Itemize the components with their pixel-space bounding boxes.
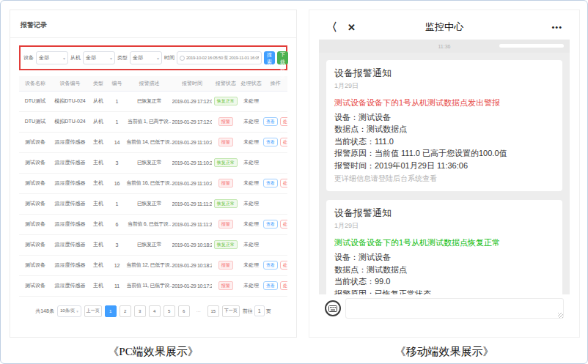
mobile-screenshot-panel: 〈 ✕ 监控中心 ••• 11:36 设备报警通知1月29日测试设备设备下的1号… [309, 10, 580, 338]
alarm-status-badge: 恢复正常 [214, 158, 238, 167]
column-header: 报警状态 [212, 76, 239, 91]
page-size-value: 10条/页 [60, 308, 75, 314]
prev-page-button[interactable]: 上一页 [84, 305, 102, 317]
view-button[interactable]: 查看 [263, 281, 278, 290]
table-row: 测试设备温湿度传感器主机16当前值 16, 已低于设..2019-01-29 1… [19, 173, 287, 193]
cell-alarm-status: 报警 [212, 173, 239, 193]
card-detail-line: 设备：测试设备 [334, 111, 554, 124]
handle-button[interactable]: 处理 [280, 220, 287, 229]
filter-select-2[interactable]: 全部▾ [130, 51, 162, 64]
goto-prefix: 前往 [243, 308, 253, 315]
handle-button[interactable]: 处理 [280, 117, 287, 126]
wechat-navbar: 〈 ✕ 监控中心 ••• [319, 15, 570, 40]
goto-page-input[interactable] [254, 305, 265, 316]
notification-list: 设备报警通知1月29日测试设备设备下的1号从机测试数据点发出警报设备：测试设备数… [319, 53, 570, 294]
view-button[interactable]: 查看 [263, 261, 278, 270]
cell-device-code: 模拟DTU-024 [51, 111, 89, 132]
next-page-button[interactable]: 下一页 [222, 305, 240, 317]
card-detail-line: 报警原因：已恢复正常状态 [334, 288, 554, 294]
cell-device-name: 测试设备 [19, 173, 51, 193]
cell-device-name: DTU测试 [19, 111, 51, 132]
card-title: 设备报警通知 [334, 207, 554, 220]
card-detail-line: 报警原因：当前值 111.0 已高于您设置的100.0值 [334, 147, 554, 160]
column-header: 处理状态 [239, 76, 263, 91]
view-button[interactable]: 查看 [263, 179, 278, 187]
cell-alarm-description: 已恢复正常 [126, 91, 172, 111]
cell-number: 14 [108, 132, 127, 152]
cell-type: 主机 [89, 275, 108, 296]
cell-device-code: 模拟DTU-024 [51, 91, 89, 111]
chevron-down-icon: ▾ [110, 56, 112, 61]
cell-alarm-time: 2019-01-29 10:18:21 [172, 234, 213, 255]
handle-button[interactable]: 处理 [280, 261, 287, 270]
cell-handle-status: 未处理 [239, 193, 263, 214]
resize-handle-icon [558, 313, 563, 318]
page-button[interactable]: 5 [163, 305, 175, 317]
view-button[interactable]: 查看 [263, 117, 278, 126]
cell-actions [263, 91, 287, 111]
cell-device-name: 测试设备 [19, 132, 51, 152]
handle-button[interactable]: 处理 [280, 179, 287, 187]
page-button[interactable]: 1 [105, 305, 117, 317]
cell-type: 主机 [89, 173, 108, 193]
notification-card[interactable]: 设备报警通知1月29日测试设备设备下的1号从机测试数据点恢复正常设备：测试设备数… [326, 200, 562, 294]
cell-alarm-time: 2019-01-29 10:17:23 [172, 275, 213, 296]
alarm-status-badge: 报警 [218, 281, 233, 290]
cell-type: 从机 [89, 111, 108, 132]
cell-handle-status: 未处理 [239, 152, 263, 173]
cell-actions [263, 152, 287, 173]
card-detail-line: 设备：测试设备 [334, 251, 554, 264]
cell-handle-status: 未处理 [239, 173, 263, 193]
cell-handle-status: 未处理 [239, 255, 263, 275]
download-data-button[interactable]: 下载数据 [277, 51, 288, 64]
page-button[interactable]: 3 [134, 305, 146, 317]
table-row: 测试设备温湿度传感器主机6当前值 6, 已低于设..2019-01-29 11:… [19, 214, 287, 234]
card-title: 设备报警通知 [334, 67, 554, 80]
cell-alarm-status: 报警 [212, 132, 239, 152]
page-size-select[interactable]: 10条/页 ▾ [57, 305, 81, 317]
filter-select-0[interactable]: 全部▾ [36, 51, 68, 64]
alarm-status-badge: 报警 [218, 220, 233, 229]
loading-bar [499, 44, 564, 48]
cell-actions: 查看处理 [263, 111, 287, 132]
alarm-status-badge: 恢复正常 [214, 199, 238, 208]
cell-alarm-time: 2019-01-29 11:11:21 [172, 193, 213, 214]
cell-number: 3 [108, 152, 127, 173]
filter-select-value: 全部 [133, 54, 143, 62]
cell-alarm-description: 当前值 14, 已低于设.. [126, 132, 172, 152]
message-input[interactable] [345, 298, 564, 319]
card-date: 1月29日 [334, 81, 554, 91]
search-button[interactable]: 搜索 [264, 51, 275, 64]
view-button[interactable]: 查看 [263, 220, 278, 229]
date-range-input[interactable]: 2019-10-02 16:05:50 至 2019-11-01 16:05:5… [177, 51, 262, 64]
notification-card[interactable]: 设备报警通知1月29日测试设备设备下的1号从机测试数据点发出警报设备：测试设备数… [326, 60, 562, 191]
clock-icon [180, 56, 185, 61]
cell-alarm-description: 已恢复正常 [126, 152, 172, 173]
card-footer-link[interactable]: 更详细信息请登陆后台系统查看 [334, 174, 554, 184]
cell-type: 主机 [89, 255, 108, 275]
chat-timestamp-strip: 11:36 [319, 40, 570, 53]
page-button[interactable]: 2 [120, 305, 131, 317]
filter-bar: 设备全部▾从机全部▾类型全部▾ 时间 2019-10-02 16:05:50 至… [19, 45, 287, 70]
cell-handle-status: 未处理 [239, 275, 263, 296]
cell-actions: 查看处理 [263, 214, 287, 234]
cell-device-name: 测试设备 [19, 214, 51, 234]
page-button[interactable]: 4 [149, 305, 161, 317]
filter-label-0: 设备 [23, 54, 34, 62]
message-input-wrap [345, 298, 564, 319]
mobile-caption: 《移动端效果展示》 [309, 345, 580, 359]
handle-button[interactable]: 处理 [280, 281, 287, 290]
view-button[interactable]: 查看 [263, 138, 278, 146]
cell-type: 主机 [89, 234, 108, 255]
page-button[interactable]: 6 [178, 305, 190, 317]
more-options-icon[interactable]: ••• [551, 23, 562, 31]
filter-select-1[interactable]: 全部▾ [83, 51, 115, 64]
cell-alarm-status: 恢复正常 [212, 152, 239, 173]
cell-device-code: 温湿度传感器 [51, 275, 89, 296]
table-row: DTU测试模拟DTU-024从机1当前值 1, 已高于设..2019-01-29… [19, 111, 287, 132]
page-button[interactable]: 15 [207, 305, 219, 317]
keyboard-icon[interactable] [325, 300, 341, 316]
column-header: 报警描述 [126, 76, 172, 91]
handle-button[interactable]: 处理 [280, 138, 287, 146]
cell-actions: 查看处理 [263, 132, 287, 152]
